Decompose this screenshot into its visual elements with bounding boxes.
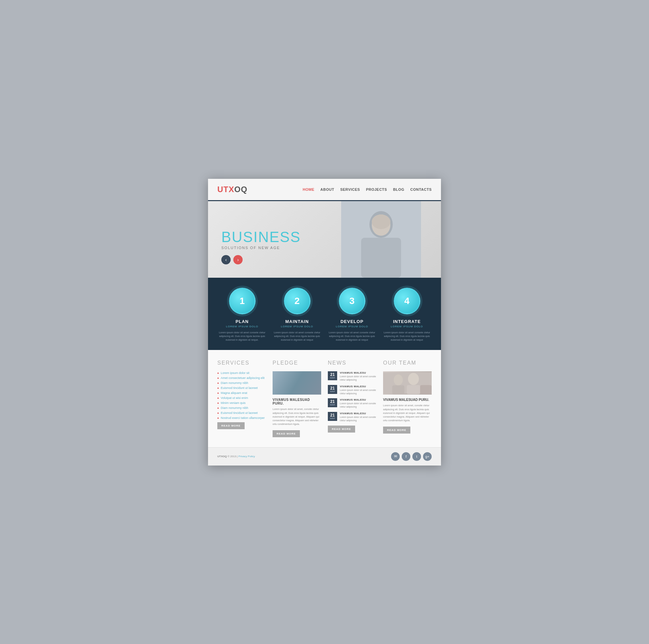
- news-column: NEWS 21 MAR VIVAMUS MALESU Lorem ipsum d…: [328, 360, 377, 437]
- social-icon[interactable]: g+: [423, 452, 432, 461]
- hero-next-button[interactable]: ›: [233, 255, 243, 265]
- news-headline: VIVAMUS MALESU: [340, 371, 377, 374]
- news-text: Lorem ipsum dolor sit amet consite ctetu…: [340, 415, 377, 422]
- feature-title: MAINTAIN: [273, 319, 321, 324]
- services-read-more-button[interactable]: READ MORE: [217, 422, 245, 429]
- news-item: 21 MAR VIVAMUS MALESU Lorem ipsum dolor …: [328, 371, 377, 381]
- svg-rect-11: [420, 385, 432, 394]
- hero-prev-button[interactable]: ‹: [221, 255, 231, 265]
- svg-point-10: [421, 375, 430, 385]
- service-link[interactable]: Volutpat ut wisi enim: [221, 396, 248, 400]
- feature-desc: Lorem ipsum dolor sit amet consete ctetu…: [383, 331, 431, 342]
- header: UTXOQ HOME ABOUT SERVICES PROJECTS BLOG …: [208, 179, 441, 201]
- svg-point-8: [408, 373, 419, 385]
- social-icon[interactable]: f: [402, 452, 410, 461]
- main-nav: HOME ABOUT SERVICES PROJECTS BLOG CONTAC…: [303, 188, 432, 192]
- social-icon[interactable]: ✉: [391, 452, 400, 461]
- service-link[interactable]: Euismod tincidunt ut laoreet: [221, 411, 258, 414]
- feature-desc: Lorem ipsum dolor sit amet consete ctetu…: [328, 331, 376, 342]
- news-item: 21 MAR VIVAMUS MALESU Lorem ipsum dolor …: [328, 385, 377, 395]
- services-column: SERVICES Lorem ipsum dolor sitAmet conse…: [217, 360, 266, 437]
- hero-buttons: ‹ ›: [221, 255, 301, 265]
- service-link[interactable]: Magna aliquam erat: [221, 391, 247, 395]
- news-date: 21 MAR: [328, 371, 337, 380]
- pledge-image: [272, 371, 321, 395]
- nav-blog[interactable]: BLOG: [393, 188, 404, 192]
- logo: UTXOQ: [217, 185, 247, 194]
- feature-title: DEVELOP: [328, 319, 376, 324]
- feature-circle: 3: [339, 288, 365, 314]
- team-read-more-button[interactable]: READ MORE: [383, 427, 410, 434]
- feature-desc: Lorem ipsum dolor sit amet consete ctetu…: [218, 331, 266, 342]
- pledge-title: PLEDGE: [272, 360, 321, 366]
- service-link[interactable]: Minim veniam quis: [221, 401, 246, 405]
- news-headline: VIVAMUS MALESU: [340, 385, 377, 388]
- svg-rect-2: [361, 238, 401, 278]
- svg-rect-7: [392, 386, 404, 395]
- service-list-item: Diam nonummy nibh: [217, 406, 266, 410]
- service-link[interactable]: Lorem ipsum dolor sit: [221, 371, 249, 375]
- feature-circle: 4: [394, 288, 420, 314]
- news-text: Lorem ipsum dolor sit amet consite ctetu…: [340, 402, 377, 409]
- team-title: OUR TEAM: [383, 360, 432, 366]
- news-date-day: 21: [330, 413, 335, 417]
- news-date-day: 21: [330, 373, 335, 376]
- social-icon[interactable]: t: [413, 452, 421, 461]
- svg-point-6: [394, 375, 403, 386]
- nav-contacts[interactable]: CONTACTS: [410, 188, 432, 192]
- feature-subtitle: LOREM IPSUM DOLO: [328, 325, 376, 328]
- feature-circle: 1: [229, 288, 256, 314]
- news-headline: VIVAMUS MALESU: [340, 412, 377, 415]
- nav-about[interactable]: ABOUT: [320, 188, 335, 192]
- news-content: VIVAMUS MALESU Lorem ipsum dolor sit ame…: [340, 371, 377, 381]
- footer-privacy-link[interactable]: Privacy Policy: [238, 455, 255, 458]
- team-card-title: VIVAMUS MALESUAD PURU.: [383, 398, 432, 402]
- service-list-item: Minim veniam quis: [217, 401, 266, 405]
- news-list: 21 MAR VIVAMUS MALESU Lorem ipsum dolor …: [328, 371, 377, 422]
- feature-desc: Lorem ipsum dolor sit amet consete ctetu…: [273, 331, 321, 342]
- feature-circle: 2: [284, 288, 310, 314]
- service-list-item: Lorem ipsum dolor sit: [217, 371, 266, 375]
- news-date-month: MAR: [330, 404, 335, 406]
- logo-utx: UTX: [217, 185, 234, 194]
- service-link[interactable]: Diam nonummy nibh: [221, 406, 248, 410]
- feature-item: 1 PLAN LOREM IPSUM DOLO Lorem ipsum dolo…: [218, 288, 266, 342]
- nav-projects[interactable]: PROJECTS: [366, 188, 387, 192]
- service-list-item: Euismod tincidunt ut laoreet: [217, 411, 266, 414]
- hero-title: BUSINESS: [221, 230, 301, 244]
- news-text: Lorem ipsum dolor sit amet consite ctetu…: [340, 375, 377, 381]
- service-list-item: Diam nonummy nibh: [217, 381, 266, 385]
- pledge-read-more-button[interactable]: READ MORE: [272, 430, 300, 437]
- footer-left: UTXOQ © 2013 | Privacy Policy: [217, 455, 255, 458]
- news-text: Lorem ipsum dolor sit amet consite ctetu…: [340, 389, 377, 395]
- news-read-more-button[interactable]: READ MORE: [328, 426, 355, 433]
- news-date-day: 21: [330, 386, 335, 390]
- service-list-item: Nostrud exerci tation ullamcorper: [217, 416, 266, 419]
- news-content: VIVAMUS MALESU Lorem ipsum dolor sit ame…: [340, 385, 377, 395]
- service-list-item: Euismod tincidunt ut laoreet: [217, 386, 266, 390]
- svg-point-4: [372, 214, 390, 229]
- services-title: SERVICES: [217, 360, 266, 366]
- news-content: VIVAMUS MALESU Lorem ipsum dolor sit ame…: [340, 412, 377, 422]
- nav-services[interactable]: SERVICES: [340, 188, 360, 192]
- news-date-month: MAR: [330, 390, 335, 393]
- feature-item: 2 MAINTAIN LOREM IPSUM DOLO Lorem ipsum …: [273, 288, 321, 342]
- feature-subtitle: LOREM IPSUM DOLO: [273, 325, 321, 328]
- service-list-item: Magna aliquam erat: [217, 391, 266, 395]
- news-item: 21 MAR VIVAMUS MALESU Lorem ipsum dolor …: [328, 398, 377, 409]
- news-date-month: MAR: [330, 376, 335, 379]
- hero-text: BUSINESS SOLUTIONS OF NEW AGE ‹ ›: [221, 230, 301, 265]
- service-link[interactable]: Euismod tincidunt ut laoreet: [221, 386, 258, 390]
- service-link[interactable]: Diam nonummy nibh: [221, 381, 248, 385]
- main-content: SERVICES Lorem ipsum dolor sitAmet conse…: [208, 350, 441, 447]
- service-link[interactable]: Amet consectetuer adipiscing elit: [221, 376, 265, 379]
- news-date-day: 21: [330, 400, 335, 404]
- footer-brand: UTXOQ: [217, 455, 227, 458]
- nav-home[interactable]: HOME: [303, 188, 314, 192]
- service-link[interactable]: Nostrud exerci tation ullamcorper: [221, 416, 265, 419]
- footer: UTXOQ © 2013 | Privacy Policy ✉ftg+: [208, 447, 441, 466]
- news-date: 21 MAR: [328, 412, 337, 421]
- service-list-item: Volutpat ut wisi enim: [217, 396, 266, 400]
- news-title: NEWS: [328, 360, 377, 366]
- footer-copyright: © 2013 |: [228, 455, 237, 458]
